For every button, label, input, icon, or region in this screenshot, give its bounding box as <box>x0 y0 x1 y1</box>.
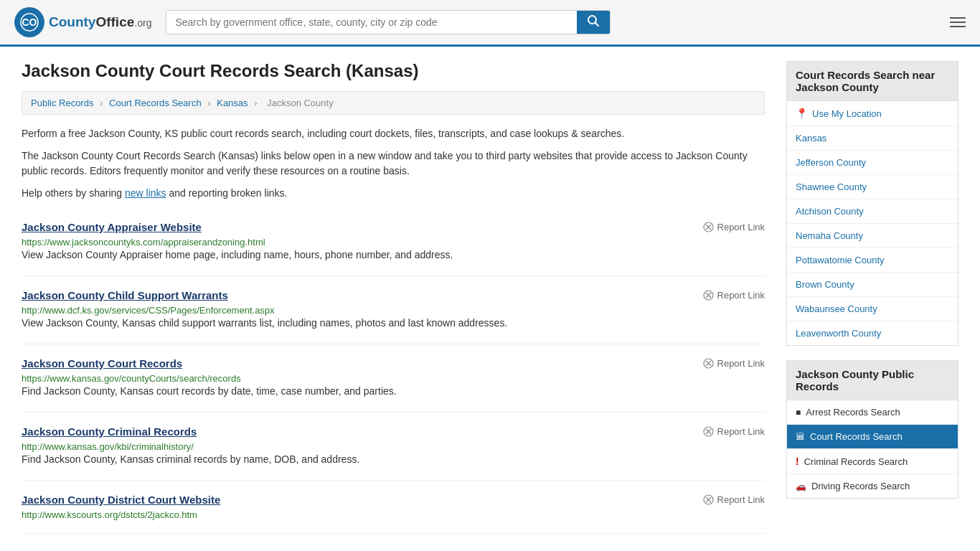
nearby-items-list: KansasJefferson CountyShawnee CountyAtch… <box>787 126 958 345</box>
main-layout: Jackson County Court Records Search (Kan… <box>0 47 980 548</box>
result-item: Jackson County District Court Website Re… <box>22 481 765 534</box>
sidebar-public-records-item[interactable]: !Criminal Records Search <box>787 449 958 474</box>
sidebar-public-records-item[interactable]: ■Arrest Records Search <box>787 400 958 425</box>
public-records-items-list: ■Arrest Records Search🏛Court Records Sea… <box>787 400 958 498</box>
result-title[interactable]: Jackson County Child Support Warrants <box>22 289 228 301</box>
report-link-button[interactable]: Report Link <box>703 222 765 232</box>
new-links-link[interactable]: new links <box>125 187 166 199</box>
result-desc: Find Jackson County, Kansas court record… <box>22 384 765 399</box>
report-link-button[interactable]: Report Link <box>703 494 765 505</box>
result-desc: View Jackson County Appraiser home page,… <box>22 248 765 263</box>
sidebar-nearby-link[interactable]: Nemaha County <box>796 230 863 241</box>
result-header: Jackson County Child Support Warrants Re… <box>22 289 765 301</box>
result-desc: Find Jackson County, Kansas criminal rec… <box>22 452 765 467</box>
sidebar-nearby-item[interactable]: Wabaunsee County <box>787 297 958 321</box>
sidebar-nearby-link[interactable]: Jefferson County <box>796 157 866 168</box>
sidebar-nearby-link[interactable]: Atchison County <box>796 206 864 217</box>
breadcrumb-separator: › <box>207 98 213 108</box>
result-title[interactable]: Jackson County Court Records <box>22 357 182 369</box>
sidebar-public-records-item[interactable]: 🚗Driving Records Search <box>787 474 958 498</box>
result-header: Jackson County Court Records Report Link <box>22 357 765 369</box>
nearby-section: 📍 Use My Location KansasJefferson County… <box>786 101 958 346</box>
results-container: Jackson County Appraiser Website Report … <box>22 208 765 534</box>
result-item: Jackson County Court Records Report Link… <box>22 344 765 413</box>
result-url[interactable]: https://www.jacksoncountyks.com/appraise… <box>22 237 265 248</box>
report-icon <box>703 494 714 505</box>
report-icon <box>703 222 714 232</box>
public-records-section: ■Arrest Records Search🏛Court Records Sea… <box>786 400 958 499</box>
report-icon <box>703 358 714 369</box>
hamburger-line <box>950 26 966 27</box>
use-location-label: Use My Location <box>812 108 882 119</box>
sidebar-nearby-item[interactable]: Atchison County <box>787 199 958 224</box>
svg-line-3 <box>595 23 599 27</box>
arrest-icon: ■ <box>796 408 801 418</box>
sidebar-nearby-link[interactable]: Pottawatomie County <box>796 255 885 265</box>
sidebar-nearby-item[interactable]: Brown County <box>787 273 958 297</box>
svg-text:CO: CO <box>22 17 37 28</box>
sidebar-public-records-item[interactable]: 🏛Court Records Search <box>787 425 958 449</box>
page-title: Jackson County Court Records Search (Kan… <box>22 61 765 81</box>
breadcrumb-link-court-records[interactable]: Court Records Search <box>109 98 202 108</box>
sidebar-nearby-item[interactable]: Kansas <box>787 126 958 151</box>
result-header: Jackson County Criminal Records Report L… <box>22 425 765 438</box>
logo[interactable]: CO CountyOffice.org <box>14 7 151 37</box>
breadcrumb-link-public-records[interactable]: Public Records <box>31 98 93 108</box>
result-title[interactable]: Jackson County Criminal Records <box>22 425 197 438</box>
criminal-icon: ! <box>796 456 799 467</box>
sidebar-item-label: Criminal Records Search <box>804 456 908 467</box>
location-icon: 📍 <box>796 108 808 119</box>
sidebar-nearby-item[interactable]: Jefferson County <box>787 151 958 175</box>
result-url[interactable]: http://www.kscourts.org/dstcts/2jackco.h… <box>22 509 197 520</box>
use-location-button[interactable]: 📍 Use My Location <box>787 101 958 126</box>
result-url[interactable]: http://www.dcf.ks.gov/services/CSS/Pages… <box>22 305 275 316</box>
result-desc: View Jackson County, Kansas child suppor… <box>22 316 765 331</box>
sidebar-nearby-item[interactable]: Shawnee County <box>787 175 958 199</box>
breadcrumb-separator: › <box>100 98 105 108</box>
search-input[interactable] <box>166 11 577 34</box>
result-header: Jackson County District Court Website Re… <box>22 494 765 506</box>
intro-text-1: Perform a free Jackson County, KS public… <box>22 126 765 141</box>
result-title[interactable]: Jackson County Appraiser Website <box>22 221 202 233</box>
logo-icon: CO <box>14 7 44 37</box>
hamburger-line <box>950 22 966 23</box>
result-title[interactable]: Jackson County District Court Website <box>22 494 220 506</box>
search-bar <box>166 10 611 34</box>
driving-icon: 🚗 <box>796 481 806 491</box>
breadcrumb-link-kansas[interactable]: Kansas <box>217 98 248 108</box>
breadcrumb: Public Records › Court Records Search › … <box>22 91 765 115</box>
content-area: Jackson County Court Records Search (Kan… <box>22 61 765 534</box>
report-icon <box>703 290 714 301</box>
sidebar-nearby-link[interactable]: Brown County <box>796 279 854 290</box>
report-link-button[interactable]: Report Link <box>703 290 765 301</box>
search-button[interactable] <box>577 11 610 34</box>
sidebar-item-label: Arrest Records Search <box>806 407 900 418</box>
hamburger-menu-button[interactable] <box>950 14 966 30</box>
site-header: CO CountyOffice.org <box>0 0 980 47</box>
search-icon <box>587 14 600 27</box>
breadcrumb-current: Jackson County <box>267 98 334 108</box>
report-link-button[interactable]: Report Link <box>703 426 765 437</box>
intro-text-3: Help others by sharing new links and rep… <box>22 186 765 201</box>
intro-text-3-pre: Help others by sharing <box>22 187 125 199</box>
sidebar-nearby-link[interactable]: Kansas <box>796 133 826 143</box>
sidebar-nearby-item[interactable]: Leavenworth County <box>787 321 958 345</box>
logo-text: CountyOffice.org <box>49 14 151 30</box>
sidebar-nearby-item[interactable]: Pottawatomie County <box>787 248 958 273</box>
public-records-section-header: Jackson County Public Records <box>786 360 958 400</box>
result-header: Jackson County Appraiser Website Report … <box>22 221 765 233</box>
sidebar-nearby-link[interactable]: Shawnee County <box>796 182 867 192</box>
hamburger-line <box>950 17 966 19</box>
report-icon <box>703 426 714 437</box>
intro-text-2: The Jackson County Court Records Search … <box>22 149 765 179</box>
result-url[interactable]: https://www.kansas.gov/countyCourts/sear… <box>22 373 241 384</box>
sidebar-nearby-link[interactable]: Wabaunsee County <box>796 303 877 314</box>
sidebar-nearby-item[interactable]: Nemaha County <box>787 224 958 248</box>
report-link-button[interactable]: Report Link <box>703 358 765 369</box>
sidebar-item-label: Court Records Search <box>810 431 903 442</box>
result-url[interactable]: http://www.kansas.gov/kbi/criminalhistor… <box>22 441 194 452</box>
intro-text-3-post: and reporting broken links. <box>166 187 288 199</box>
sidebar-nearby-link[interactable]: Leavenworth County <box>796 328 881 339</box>
result-item: Jackson County Criminal Records Report L… <box>22 413 765 481</box>
result-item: Jackson County Child Support Warrants Re… <box>22 276 765 344</box>
